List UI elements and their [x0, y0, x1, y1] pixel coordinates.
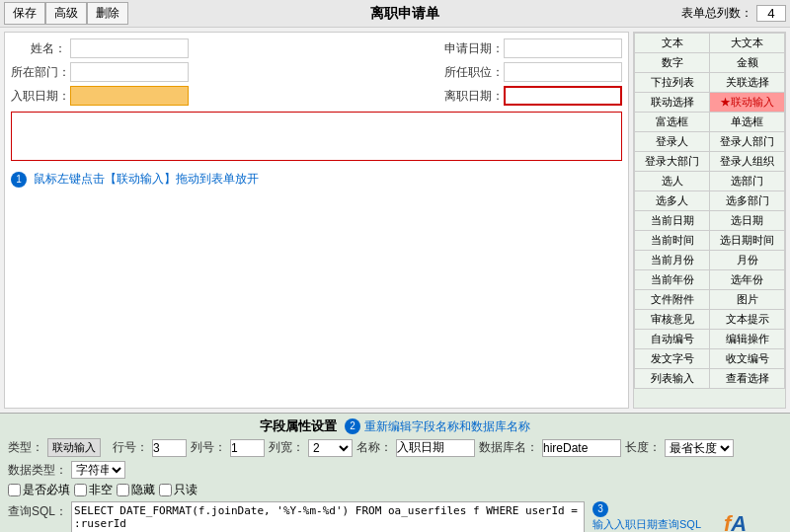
widget-cell-4[interactable]: 下拉列表 [635, 73, 710, 93]
checkbox-row: 是否必填 非空 隐藏 只读 [8, 482, 782, 498]
form-row-2: 所在部门： 所任职位： [11, 62, 622, 82]
widget-cell-14[interactable]: 选人 [635, 172, 710, 191]
logo-text: fA [692, 511, 778, 532]
hint2-text: 重新编辑字段名称和数据库名称 [364, 418, 530, 435]
form-row-1: 姓名： 申请日期： [11, 38, 622, 58]
notnull-label: 非空 [89, 482, 113, 498]
widget-cell-30[interactable]: 自动编号 [635, 330, 710, 349]
widget-cell-8[interactable]: 富选框 [635, 113, 710, 132]
logo-area: fA 泛普软件 www.fanpusoft.com [692, 511, 778, 532]
apply-date-label: 申请日期： [444, 40, 504, 57]
widget-cell-2[interactable]: 数字 [635, 53, 710, 73]
widget-cell-25[interactable]: 选年份 [710, 270, 785, 290]
hint2-circle: 2 [345, 418, 360, 434]
colspan-select[interactable]: 2134 [308, 439, 353, 457]
name-label: 姓名： [11, 40, 70, 57]
dbname-input[interactable] [542, 439, 621, 457]
join-date-highlight[interactable] [70, 86, 189, 106]
colspan-label: 列宽： [269, 439, 304, 456]
type-value: 联动输入 [47, 438, 101, 457]
hidden-label: 隐藏 [131, 482, 155, 498]
widget-cell-20[interactable]: 当前时间 [635, 231, 710, 251]
datatype-select[interactable]: 字符串整数小数日期 [71, 461, 125, 479]
row-input[interactable] [152, 439, 187, 457]
apply-date-input[interactable] [504, 38, 622, 58]
length-label: 长度： [625, 439, 661, 456]
delete-button[interactable]: 删除 [87, 2, 128, 25]
widget-cell-11[interactable]: 登录人部门 [710, 132, 785, 152]
field-name-input[interactable] [396, 439, 475, 457]
dept-input[interactable] [70, 62, 189, 82]
widget-cell-1[interactable]: 大文本 [710, 34, 785, 53]
widget-cell-34[interactable]: 列表输入 [635, 369, 710, 389]
widget-cell-12[interactable]: 登录大部门 [635, 152, 710, 172]
bottom-wrapper: 字段属性设置 2 重新编辑字段名称和数据库名称 类型： 联动输入 行号： 列号：… [0, 413, 790, 532]
hidden-checkbox[interactable] [117, 484, 129, 496]
checkbox-notnull: 非空 [74, 482, 113, 498]
widget-grid: 文本大文本数字金额下拉列表关联选择联动选择★联动输入富选框单选框登录人登录人部门… [634, 33, 785, 389]
sql-row: 查询SQL： 3 输入入职日期查询SQL和计算表达式 [8, 501, 782, 532]
checkbox-required: 是否必填 [8, 482, 70, 498]
sql-textarea[interactable] [71, 501, 585, 532]
name-input[interactable] [70, 38, 189, 58]
hint1-text: 鼠标左键点击【联动输入】拖动到表单放开 [34, 172, 259, 186]
hint1-circle: 1 [11, 172, 27, 188]
main-area: 姓名： 申请日期： 所在部门： 所任职位： 入职日期： 离职日期： [0, 28, 790, 413]
checkbox-hidden: 隐藏 [117, 482, 155, 498]
row-count-input[interactable] [756, 5, 786, 22]
checkbox-readonly: 只读 [159, 482, 198, 498]
widget-cell-3[interactable]: 金额 [710, 53, 785, 73]
extra-section [11, 112, 622, 161]
widget-cell-28[interactable]: 审核意见 [635, 310, 710, 330]
widget-cell-33[interactable]: 收文编号 [710, 349, 785, 369]
row-label: 行号： [113, 439, 148, 456]
length-select[interactable]: 最省长度固定长度 [665, 439, 734, 457]
field-props-row1: 类型： 联动输入 行号： 列号： 列宽： 2134 名称： 数据库名： 长度： … [8, 438, 782, 479]
dbname-label: 数据库名： [479, 439, 538, 456]
dept-label: 所在部门： [11, 64, 70, 81]
join-date-label: 入职日期： [11, 88, 70, 105]
required-checkbox[interactable] [8, 484, 21, 496]
position-input[interactable] [504, 62, 622, 82]
notnull-checkbox[interactable] [74, 484, 87, 496]
widget-cell-5[interactable]: 关联选择 [710, 73, 785, 93]
position-label: 所任职位： [444, 64, 504, 81]
readonly-checkbox[interactable] [159, 484, 172, 496]
required-label: 是否必填 [23, 482, 70, 498]
sql-label: 查询SQL： [8, 501, 67, 520]
type-label: 类型： [8, 439, 43, 456]
widget-cell-23[interactable]: 月份 [710, 251, 785, 270]
widget-cell-29[interactable]: 文本提示 [710, 310, 785, 330]
widget-cell-10[interactable]: 登录人 [635, 132, 710, 152]
advanced-button[interactable]: 高级 [45, 2, 87, 25]
widget-cell-32[interactable]: 发文字号 [635, 349, 710, 369]
toolbar: 保存 高级 删除 离职申请单 表单总列数： [0, 0, 790, 28]
widget-cell-19[interactable]: 选日期 [710, 211, 785, 231]
widget-cell-26[interactable]: 文件附件 [635, 290, 710, 310]
col-input[interactable] [230, 439, 265, 457]
widget-cell-35[interactable]: 查看选择 [710, 369, 785, 389]
widget-cell-9[interactable]: 单选框 [710, 113, 785, 132]
hint1-area: 1 鼠标左键点击【联动输入】拖动到表单放开 [11, 171, 622, 188]
field-settings-title: 字段属性设置 [260, 418, 337, 435]
widget-cell-7[interactable]: ★联动输入 [710, 93, 785, 113]
widget-cell-0[interactable]: 文本 [635, 34, 710, 53]
widget-cell-31[interactable]: 编辑操作 [710, 330, 785, 349]
datatype-label: 数据类型： [8, 462, 67, 479]
widget-cell-16[interactable]: 选多人 [635, 191, 710, 211]
widget-cell-21[interactable]: 选日期时间 [710, 231, 785, 251]
save-button[interactable]: 保存 [4, 2, 45, 25]
widget-cell-17[interactable]: 选多部门 [710, 191, 785, 211]
widget-cell-18[interactable]: 当前日期 [635, 211, 710, 231]
widget-cell-24[interactable]: 当前年份 [635, 270, 710, 290]
page-title: 离职申请单 [128, 5, 681, 23]
form-area: 姓名： 申请日期： 所在部门： 所任职位： 入职日期： 离职日期： [4, 32, 629, 409]
widget-cell-13[interactable]: 登录人组织 [710, 152, 785, 172]
widget-cell-6[interactable]: 联动选择 [635, 93, 710, 113]
widget-cell-27[interactable]: 图片 [710, 290, 785, 310]
leave-date-label: 离职日期： [444, 88, 504, 105]
widget-cell-15[interactable]: 选部门 [710, 172, 785, 191]
leave-date-input[interactable] [504, 86, 622, 106]
widget-cell-22[interactable]: 当前月份 [635, 251, 710, 270]
hint3-circle: 3 [592, 501, 608, 517]
